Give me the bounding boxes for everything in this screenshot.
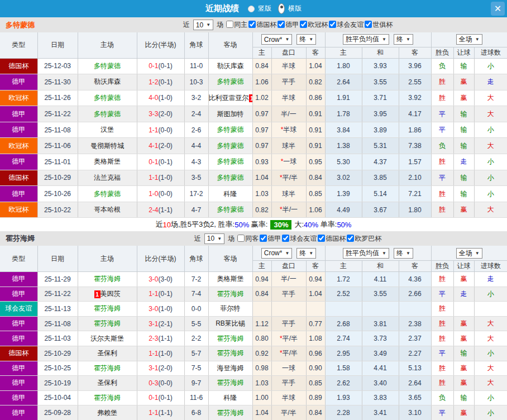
corner-count: 10-3 (184, 74, 208, 90)
col-corner: 角球 (184, 246, 208, 271)
col-avg-home: 主 (325, 47, 362, 58)
avg-home: 1.93 (325, 390, 362, 405)
odds-final-select[interactable]: 终▼ (296, 248, 316, 259)
league-checkbox[interactable]: 欧冠杯 (299, 21, 328, 28)
layout-radio-vertical-label: 竖版 (258, 4, 271, 13)
summary-near: 近 (156, 219, 163, 230)
chevron-down-icon: ▼ (475, 251, 480, 256)
result-goals: 小 (474, 346, 507, 361)
layout-radio-vertical[interactable] (248, 6, 255, 12)
avg-source-select[interactable]: 胜平负均值▼ (343, 248, 389, 259)
odds-handicap: 平手 (271, 287, 306, 302)
avg-away: 7.38 (399, 138, 431, 154)
odds-handicap: *半球 (271, 122, 306, 138)
corner-count: 5-5 (184, 316, 208, 331)
scope-select[interactable]: 全场▼ (456, 248, 482, 259)
league-checkbox[interactable]: 德甲 (276, 21, 299, 28)
odds-away: 0.86 (306, 90, 325, 106)
match-date: 25-11-03 (37, 331, 78, 346)
away-team: 斯图加特 (208, 106, 252, 122)
odds-home: 0.98 (252, 361, 271, 376)
avg-final-select[interactable]: 终▼ (394, 248, 413, 259)
match-score: 0-1(0-1) (137, 58, 184, 74)
odds-away: 0.82 (306, 74, 325, 90)
league-checkbox[interactable]: 德国杯 (317, 235, 346, 242)
table-row: 德甲25-11-01奥格斯堡0-1(0-1)4-3多特蒙德0.93*一球0.95… (0, 154, 507, 170)
league-checkbox[interactable]: 德国杯 (247, 21, 276, 28)
corner-count: 2-6 (184, 122, 208, 138)
close-icon[interactable]: ✕ (491, 2, 505, 16)
league-badge: 德甲 (0, 74, 37, 90)
section-filter-strip: 多特蒙德 近 10▼ 场 同主 德国杯德甲欧冠杯球会友谊世俱杯 (0, 17, 507, 32)
avg-group-header: 胜平负均值▼ 终▼ (325, 32, 431, 47)
match-score: 0-1(0-1) (137, 390, 184, 405)
odds-away (306, 302, 325, 317)
away-team: 多特蒙德 (208, 138, 252, 154)
league-checkbox[interactable]: 德甲 (259, 235, 281, 242)
avg-source-select[interactable]: 胜平负均值▼ (343, 34, 389, 45)
same-side-checkbox[interactable]: 同客 (236, 234, 259, 244)
table-row: 德甲25-11-30勒沃库森1-2(0-1)10-3多特蒙德1.06平手0.82… (0, 74, 507, 90)
same-side-checkbox[interactable]: 同主 (225, 20, 247, 30)
result-outcome: 胜 (431, 361, 453, 376)
result-outcome: 胜 (431, 154, 453, 170)
chevron-down-icon: ▼ (309, 251, 313, 256)
result-goals: 小 (474, 170, 507, 186)
league-checkboxes: 德国杯德甲欧冠杯球会友谊世俱杯 (247, 20, 393, 30)
red-card-badge: 1 (249, 94, 253, 102)
corner-count: 7-2 (184, 271, 208, 287)
table-row: 德甲25-11-221美因茨1-1(0-1)7-4霍芬海姆0.84平手1.042… (0, 287, 507, 302)
home-team: 霍芬海姆 (78, 361, 137, 376)
odds-home: 1.04 (252, 405, 271, 420)
avg-draw: 3.71 (362, 90, 399, 106)
chevron-down-icon: ▼ (217, 236, 222, 241)
result-handicap: 走 (453, 154, 474, 170)
league-checkbox[interactable]: 球会友谊 (281, 235, 317, 242)
odds-source-select[interactable]: Crow*▼ (261, 34, 293, 45)
odds-source-select[interactable]: Crow*▼ (261, 248, 293, 259)
summary-big-rate: 40% (304, 221, 318, 229)
home-team: 1美因茨 (78, 287, 137, 302)
summary-big-label: 大: (294, 219, 304, 230)
result-goals (474, 302, 507, 317)
match-count-select[interactable]: 10▼ (204, 233, 224, 244)
league-badge: 德甲 (0, 405, 37, 420)
scope-select[interactable]: 全场▼ (456, 34, 482, 45)
avg-final-select[interactable]: 终▼ (394, 34, 413, 45)
col-type: 类型 (0, 32, 37, 58)
away-team: 科隆 (208, 390, 252, 405)
odds-handicap: 半/一 (271, 271, 306, 287)
league-checkbox[interactable]: 世俱杯 (363, 21, 393, 28)
league-checkbox[interactable]: 欧罗巴杯 (346, 235, 381, 242)
home-team: 多特蒙德 (78, 58, 137, 74)
result-handicap: 走 (453, 287, 474, 302)
league-badge: 德甲 (0, 361, 37, 376)
avg-home: 2.74 (325, 331, 362, 346)
col-result: 胜负 (431, 260, 453, 271)
result-handicap: 赢 (453, 331, 474, 346)
layout-radio-horizontal[interactable] (278, 3, 285, 14)
match-score: 3-1(2-0) (137, 361, 184, 376)
league-badge: 德甲 (0, 186, 37, 202)
match-score: 1-1(1-1) (137, 405, 184, 420)
result-handicap: 输 (453, 138, 474, 154)
league-badge: 德甲 (0, 154, 37, 170)
avg-draw: 3.49 (362, 346, 399, 361)
result-handicap: 输 (453, 58, 474, 74)
result-outcome: 胜 (431, 90, 453, 106)
avg-home: 1.38 (325, 138, 362, 154)
filters: 近 10▼ 场 同客 德甲球会友谊德国杯欧罗巴杯 (126, 233, 381, 244)
team-name: 霍芬海姆 (6, 233, 35, 244)
result-goals: 小 (474, 154, 507, 170)
match-score: 0-3(0-0) (137, 376, 184, 391)
odds-home: 0.93 (252, 154, 271, 170)
match-count-select[interactable]: 10▼ (193, 20, 213, 30)
league-checkbox[interactable]: 球会友谊 (328, 21, 363, 28)
odds-final-select[interactable]: 终▼ (296, 34, 316, 45)
avg-draw: 4.41 (362, 361, 399, 376)
match-date: 25-10-04 (37, 390, 78, 405)
result-outcome: 平 (431, 170, 453, 186)
match-date: 25-10-25 (37, 361, 78, 376)
avg-home: 1.91 (325, 90, 362, 106)
odds-handicap: 半球 (271, 58, 306, 74)
